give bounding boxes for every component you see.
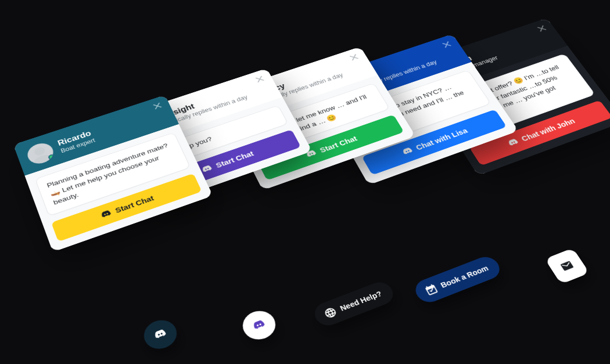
cta-label: Start Chat <box>318 135 358 154</box>
calendar-icon <box>423 282 440 297</box>
globe-icon <box>322 305 339 320</box>
need-help-button[interactable]: Need Help? <box>311 279 397 329</box>
need-help-label: Need Help? <box>339 290 383 313</box>
cta-label: Start Chat <box>114 194 155 214</box>
cta-label: Start Chat <box>214 150 254 170</box>
close-icon[interactable] <box>253 74 267 84</box>
launcher-mail[interactable] <box>545 248 590 284</box>
close-icon[interactable] <box>151 101 164 111</box>
discord-icon <box>506 137 521 148</box>
close-icon[interactable] <box>440 39 453 49</box>
discord-icon <box>99 208 113 220</box>
book-room-label: Book a Room <box>439 264 490 290</box>
avatar <box>24 140 56 167</box>
close-icon[interactable] <box>347 52 361 62</box>
launcher-discord-purple[interactable] <box>238 307 281 344</box>
discord-icon <box>400 146 415 157</box>
book-room-button[interactable]: Book a Room <box>411 254 504 306</box>
launcher-discord-dark[interactable] <box>139 316 181 354</box>
cta-label: Chat with Lisa <box>414 127 469 152</box>
cta-label: Chat with John <box>520 117 577 143</box>
close-icon[interactable] <box>535 24 549 34</box>
